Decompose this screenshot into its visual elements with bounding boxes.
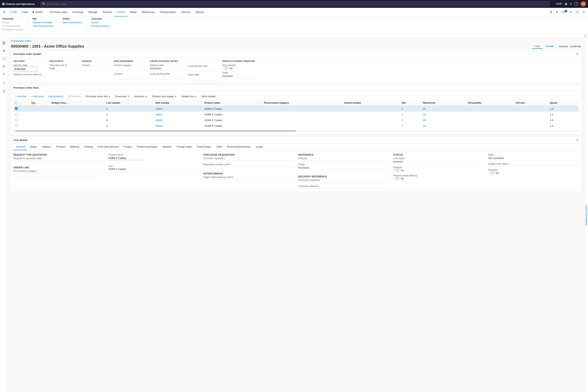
new-button[interactable]: + New [19,10,30,14]
ribbon-proforma-link[interactable]: Pro forma invoice [2,24,23,28]
row-checkbox-0[interactable] [15,107,18,110]
row-checkbox-1[interactable] [15,113,18,116]
row-warehouse-2[interactable]: 29 [421,118,466,123]
product-and-supply-dropdown[interactable]: Product and supply ∨ [150,94,178,98]
row-site-2[interactable]: 2 [400,118,421,123]
detail-tab-1099[interactable]: 1099 [214,144,224,150]
tab-manage[interactable]: Manage [86,8,100,16]
scroll-left-icon[interactable]: ‹ [14,130,14,132]
detail-tab-general[interactable]: General [14,144,27,150]
detail-tab-address[interactable]: Address [40,144,54,150]
update-line-dropdown[interactable]: Update line ∨ [180,94,198,98]
scroll-thumb[interactable] [15,130,296,132]
tab-purchase[interactable]: Purchase [70,8,86,16]
purchase-order-line-dropdown[interactable]: Purchase order line ∨ [84,94,112,98]
ribbon-pending-invoices-link[interactable]: Pending invoices [92,24,109,28]
detail-tab-loads[interactable]: Loads [254,144,265,150]
detail-tab-setup[interactable]: Setup [28,144,39,150]
avatar[interactable]: AD [580,1,586,7]
tab-transportation[interactable]: Transportation [158,8,178,16]
line-details-toggle[interactable]: Line details ∧ [10,136,582,144]
prevent-partial-switch[interactable] [393,177,400,180]
add-line-button[interactable]: + Add line [14,94,28,98]
row-check-1[interactable] [14,112,30,118]
ribbon-open-transactions-link[interactable]: Open transactions [63,21,82,24]
help-icon[interactable]: ? [574,2,578,6]
tab-purchase-order[interactable]: Purchase order [48,8,70,16]
related-information-panel[interactable]: Related information [584,38,588,392]
sidebar-filter-icon[interactable]: ▽ [1,80,7,87]
bell-icon[interactable]: 🔔 [564,2,568,5]
table-row[interactable]: 4 A0001 HDMI 6' Cables 2 29 1.0 [14,123,578,129]
ribbon-cashflow-link[interactable]: Cash flow forecasts [32,24,53,28]
ribbon-journals-invoice-link[interactable]: Invoice [92,21,109,24]
scroll-right-icon[interactable]: › [578,130,578,132]
table-scrollbar[interactable]: ‹ › [14,130,578,132]
close-button[interactable]: ✕ [581,10,586,14]
detail-tab-foreign-trade[interactable]: Foreign trade [174,144,194,150]
tab-options[interactable]: Options [193,8,206,16]
detail-tab-product-packages[interactable]: Product packages [134,144,160,150]
tab-warehouse[interactable]: Warehouse [139,8,157,16]
sidebar-star-icon[interactable]: ★ [1,48,7,54]
detail-tab-variants[interactable]: Variants [160,144,174,150]
row-site-3[interactable]: 2 [400,123,421,129]
sidebar-home-icon[interactable]: 🏠 [1,40,7,46]
row-item-number-0[interactable]: A0001 [154,106,203,112]
row-site-1[interactable]: 2 [400,112,421,118]
notification-badge-button[interactable]: 💬1 [560,10,567,14]
tab-header[interactable]: Header [544,44,557,49]
ribbon-collapse-bar[interactable]: ∧ [0,34,588,38]
auto-created-switch[interactable] [222,67,228,70]
search-input[interactable] [47,2,548,6]
row-item-number-1[interactable]: A0001 [154,112,203,118]
detail-tab-project[interactable]: Project [122,144,134,150]
detail-tab-delivery[interactable]: Delivery [68,144,82,150]
search-bar[interactable]: 🔍 [40,1,550,7]
row-warehouse-3[interactable]: 29 [421,123,466,129]
finalized-toggle[interactable]: No [488,171,578,174]
ribbon-invoice-link[interactable]: Invoice [2,21,23,24]
purchase-order-header-toggle[interactable]: Purchase order header ∧ [10,50,582,58]
finalized-switch[interactable] [488,171,494,174]
sidebar-grid-icon[interactable]: ⊟ [1,63,7,70]
work-details-dropdown[interactable]: Work details [200,94,217,98]
row-item-number-2[interactable]: A0001 [154,118,203,123]
ribbon-prepayment-link[interactable]: Prepayment invoice [2,28,23,31]
add-products-button[interactable]: Add products [47,94,65,98]
detail-tab-picking[interactable]: Picking [82,144,95,150]
tab-receive[interactable]: Receive [100,8,114,16]
prevent-partial-toggle[interactable]: No [393,177,483,180]
sidebar-list-icon[interactable]: ≡ [1,71,7,77]
row-site-0[interactable]: 2 [400,106,421,112]
table-row[interactable]: 1 A0001 HDMI 6' Cables 2 29 1.0 [14,106,578,112]
tab-general[interactable]: General [179,8,192,16]
delete-button[interactable]: 🗑 Delete [30,10,44,14]
ribbon-payment-schedule-link[interactable]: Payment schedule [32,21,53,24]
product-name-input[interactable] [108,156,144,160]
tab-lines[interactable]: Lines [532,44,543,49]
gear-icon[interactable]: ⚙ [570,2,572,5]
financials-dropdown[interactable]: Financials ∨ [114,94,131,98]
row-check-0[interactable] [14,106,30,112]
row-check-2[interactable] [14,118,30,123]
breadcrumb-link[interactable]: All purchase orders [11,40,31,42]
detail-tab-price-discount[interactable]: Price and discount [96,144,121,150]
row-item-number-3[interactable]: A0001 [154,123,203,129]
table-row[interactable]: 3 A0001 HDMI 6' Cables 2 29 1.0 [14,118,578,123]
back-button[interactable]: ↺ [568,10,573,14]
tab-invoice[interactable]: Invoice [114,8,127,16]
forward-nav-button[interactable]: ⬜ [574,10,580,14]
detail-tab-fixed-assets[interactable]: Fixed assets [194,144,214,150]
add-lines-button[interactable]: + Add lines [30,94,45,98]
copy-icon-button[interactable]: ⧉ [554,10,560,14]
auto-created-toggle[interactable]: No [222,67,255,70]
delivery-date-input[interactable] [14,67,37,72]
row-checkbox-3[interactable] [15,124,18,127]
tab-retail[interactable]: Retail [128,8,139,16]
windows-icon-button[interactable]: ⊞ [548,10,554,14]
row-checkbox-2[interactable] [15,118,18,121]
sidebar-clock-icon[interactable]: 🕐 [1,55,7,62]
col-check[interactable] [14,100,30,106]
detail-tab-financial-dimensions[interactable]: Financial dimensions [224,144,253,150]
